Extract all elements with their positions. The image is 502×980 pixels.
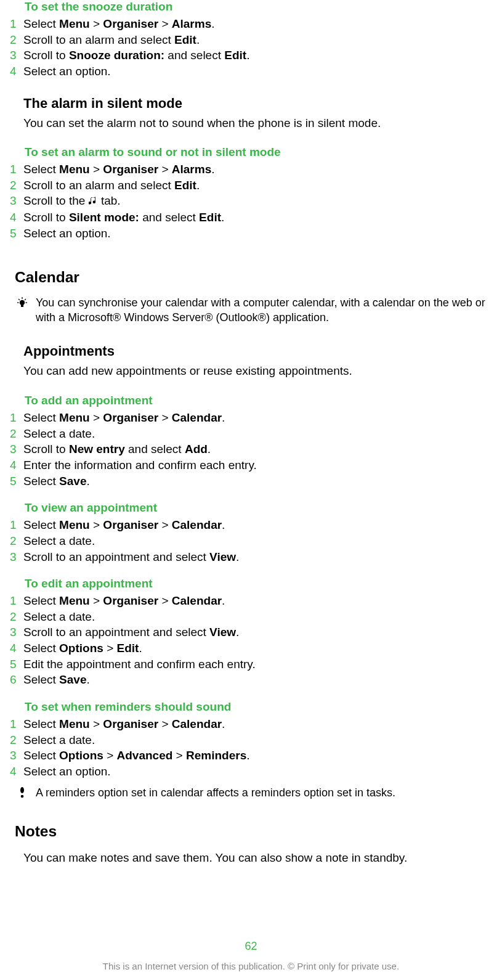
tip-icon: [9, 296, 36, 309]
step-text: Scroll to New entry and select Add.: [23, 441, 493, 457]
step-row: 5Edit the appointment and confirm each e…: [9, 656, 493, 672]
step-num: 2: [9, 178, 23, 194]
step-num: 3: [9, 47, 23, 63]
step-row: 1Select Menu > Organiser > Calendar.: [9, 593, 493, 609]
step-row: 6Select Save.: [9, 672, 493, 688]
footer-text: This is an Internet version of this publ…: [0, 961, 502, 971]
steps-view-appt: 1Select Menu > Organiser > Calendar.2Sel…: [9, 517, 493, 565]
svg-point-7: [20, 787, 24, 793]
step-row: 1Select Menu > Organiser > Alarms.: [9, 161, 493, 178]
step-text: Select Options > Edit.: [23, 640, 493, 656]
step-row: 3Scroll to New entry and select Add.: [9, 441, 493, 457]
step-text: Select an option.: [23, 63, 493, 80]
note-reminders: A reminders option set in calendar affec…: [9, 786, 493, 801]
steps-edit-appt: 1Select Menu > Organiser > Calendar.2Sel…: [9, 593, 493, 688]
step-text: Select a date.: [23, 732, 493, 748]
steps-silent-a: 1Select Menu > Organiser > Alarms.2Scrol…: [9, 161, 493, 193]
page-number: 62: [0, 940, 502, 953]
step-row: 5Select Save.: [9, 473, 493, 489]
music-note-icon: [89, 194, 98, 210]
note-text: A reminders option set in calendar affec…: [36, 786, 493, 801]
step-row: 3Scroll to Snooze duration: and select E…: [9, 47, 493, 63]
step-row: 3Select Options > Advanced > Reminders.: [9, 748, 493, 764]
step-num: 3: [9, 624, 23, 640]
step-row: 4Select an option.: [9, 764, 493, 780]
step-text: Select an option.: [23, 226, 493, 242]
step-text: Select Menu > Organiser > Calendar.: [23, 410, 493, 426]
step-text: Select Save.: [23, 672, 493, 688]
heading-view-appt: To view an appointment: [25, 501, 493, 515]
heading-snooze: To set the snooze duration: [25, 0, 493, 14]
step-row: 2Select a date.: [9, 732, 493, 748]
heading-add-appt: To add an appointment: [25, 394, 493, 407]
steps-reminders: 1Select Menu > Organiser > Calendar.2Sel…: [9, 716, 493, 780]
svg-point-8: [21, 794, 24, 798]
step-row: 2Scroll to an alarm and select Edit.: [9, 178, 493, 194]
step-text: Select Menu > Organiser > Alarms.: [23, 161, 493, 178]
step-text: Select Save.: [23, 473, 493, 489]
step-num: 1: [9, 161, 23, 178]
heading-reminders: To set when reminders should sound: [25, 700, 493, 714]
step-text: Scroll to an appointment and select View…: [23, 624, 493, 640]
step-num: 1: [9, 716, 23, 732]
step-row: 1Select Menu > Organiser > Calendar.: [9, 410, 493, 426]
step-row: 5Select an option.: [9, 226, 493, 242]
step-text: Select an option.: [23, 764, 493, 780]
step-row: 2Scroll to an alarm and select Edit.: [9, 32, 493, 48]
step-text: Select Options > Advanced > Reminders.: [23, 748, 493, 764]
note-calendar: You can synchronise your calendar with a…: [9, 296, 493, 325]
step-num: 1: [9, 517, 23, 533]
heading-edit-appt: To edit an appointment: [25, 577, 493, 590]
step-num: 5: [9, 226, 23, 242]
svg-line-5: [18, 299, 20, 300]
step-text: Select a date.: [23, 426, 493, 442]
heading-calendar: Calendar: [15, 269, 493, 286]
step-num: 4: [9, 764, 23, 780]
steps-snooze: 1Select Menu > Organiser > Alarms.2Scrol…: [9, 16, 493, 80]
step-num: 4: [9, 640, 23, 656]
step-num: 1: [9, 593, 23, 609]
important-icon: [9, 786, 36, 799]
svg-line-6: [25, 299, 26, 300]
step-silent-3: 3 Scroll to the tab.: [9, 193, 493, 210]
step-num: 3: [9, 549, 23, 565]
step-text: Scroll to an alarm and select Edit.: [23, 178, 493, 194]
step-num: 2: [9, 533, 23, 549]
body-appointments: You can add new appointments or reuse ex…: [23, 363, 493, 379]
step-row: 3Scroll to an appointment and select Vie…: [9, 624, 493, 640]
heading-appointments: Appointments: [23, 343, 493, 359]
step-row: 1Select Menu > Organiser > Calendar.: [9, 716, 493, 732]
step-row: 2Select a date.: [9, 533, 493, 549]
step-row: 2Select a date.: [9, 609, 493, 625]
step-num: 2: [9, 732, 23, 748]
step-num: 2: [9, 426, 23, 442]
step-text: Scroll to an alarm and select Edit.: [23, 32, 493, 48]
step-text: Enter the information and confirm each e…: [23, 457, 493, 473]
step-text: Select Menu > Organiser > Alarms.: [23, 16, 493, 32]
step-num: 3: [9, 193, 23, 209]
step-num: 2: [9, 609, 23, 625]
step-text: Select Menu > Organiser > Calendar.: [23, 517, 493, 533]
step3-pre: Scroll to the: [23, 194, 89, 207]
step-row: 4Enter the information and confirm each …: [9, 457, 493, 473]
step-row: 4Scroll to Silent mode: and select Edit.: [9, 210, 493, 226]
svg-point-0: [20, 300, 25, 304]
step-text: Select a date.: [23, 533, 493, 549]
step-text: Scroll to Silent mode: and select Edit.: [23, 210, 493, 226]
heading-silent-alarm: To set an alarm to sound or not in silen…: [25, 145, 493, 159]
step-text: Select a date.: [23, 609, 493, 625]
step-row: 3Scroll to an appointment and select Vie…: [9, 549, 493, 565]
step-text: Select Menu > Organiser > Calendar.: [23, 593, 493, 609]
step-num: 4: [9, 210, 23, 226]
step3-post: tab.: [98, 194, 121, 207]
step-num: 2: [9, 32, 23, 48]
step-text: Scroll to Snooze duration: and select Ed…: [23, 47, 493, 63]
step-num: 6: [9, 672, 23, 688]
step-num: 4: [9, 457, 23, 473]
step-num: 1: [9, 410, 23, 426]
body-silent-mode: You can set the alarm not to sound when …: [23, 115, 493, 131]
step-num: 3: [9, 748, 23, 764]
note-text: You can synchronise your calendar with a…: [36, 296, 493, 325]
step-row: 4Select Options > Edit.: [9, 640, 493, 656]
body-notes: You can make notes and save them. You ca…: [23, 850, 493, 866]
